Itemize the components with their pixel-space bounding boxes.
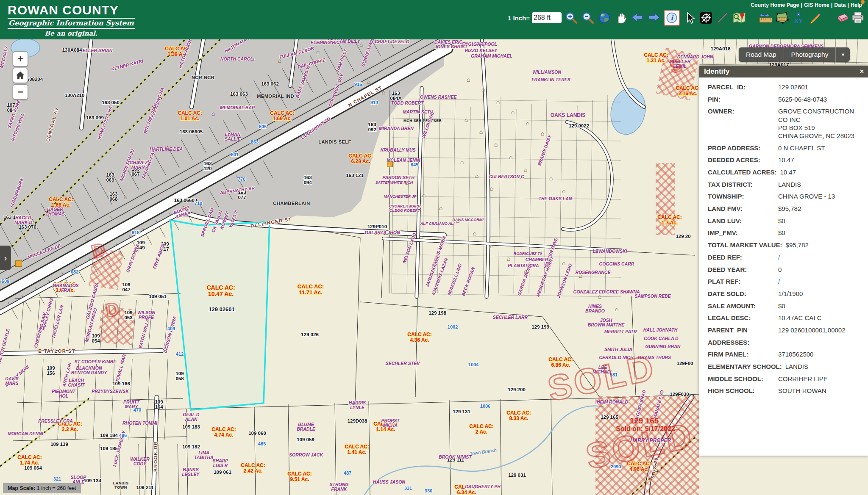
map-label: FRYE ABIGA bbox=[152, 243, 166, 270]
close-icon[interactable]: × bbox=[860, 68, 864, 75]
zoom-in-icon[interactable] bbox=[565, 11, 578, 25]
map-label: LIMA TABITHA bbox=[194, 451, 213, 460]
map-label: GREE SHAWNA bbox=[606, 290, 640, 294]
forward-arrow-icon[interactable] bbox=[647, 11, 661, 25]
map-label: CALC AC: 10.47 Ac. bbox=[206, 285, 235, 297]
select-pointer-icon[interactable] bbox=[683, 11, 696, 25]
identify-field-value: CORRIHER LIPE bbox=[778, 375, 828, 383]
map-label: 129 111 bbox=[447, 457, 464, 462]
identify-field-value: LANDIS bbox=[785, 362, 808, 371]
globe-icon[interactable] bbox=[598, 11, 611, 25]
map-label: WALKER CODY bbox=[130, 457, 150, 467]
identify-row: LAND LUV:$0 bbox=[708, 217, 865, 225]
identify-row: DATE SOLD:1/1/1900 bbox=[708, 290, 865, 298]
map-label: KRUBALLY MUS bbox=[380, 148, 415, 152]
map-label: CALC AC: 1.02 Ac. bbox=[53, 282, 78, 293]
map-locator-icon[interactable] bbox=[732, 11, 746, 25]
map-label: 163 094 bbox=[303, 175, 312, 185]
map-label: 163 108 bbox=[3, 215, 21, 220]
identify-panel-title: Identify bbox=[704, 67, 729, 76]
map-label: BLACKMON BENTON RANDY bbox=[71, 366, 107, 376]
basemap-photography-button[interactable]: Photography bbox=[784, 47, 836, 62]
map-label: PRESSLEY CRA bbox=[38, 419, 73, 423]
map-label: HONEYCUTT HA bbox=[97, 105, 113, 140]
map-label: BROOK MINIST bbox=[439, 455, 472, 459]
map-label: LYMAN SALLIE bbox=[225, 132, 240, 142]
measure-distance-icon[interactable] bbox=[759, 11, 772, 25]
map-label: BASS JAMES W bbox=[295, 65, 311, 99]
map-home-button[interactable] bbox=[13, 68, 28, 83]
identify-info-icon[interactable]: i bbox=[664, 10, 680, 26]
map-label: 163 069 bbox=[106, 172, 114, 183]
map-label: A08204 bbox=[26, 77, 43, 82]
map-zoom-in-button[interactable]: + bbox=[13, 51, 28, 66]
sidebar-expand-tab[interactable]: › bbox=[0, 246, 11, 270]
header-link-data[interactable]: Data bbox=[834, 2, 846, 8]
map-label: 130A210 bbox=[65, 93, 85, 98]
header-link-gis-home[interactable]: GIS Home bbox=[804, 2, 829, 8]
identify-panel-header[interactable]: Identify × bbox=[699, 66, 868, 77]
map-label: PROPST MICHA bbox=[381, 418, 399, 428]
map-label: 163 099 bbox=[86, 115, 104, 120]
identify-row: DEED YEAR:0 bbox=[708, 265, 865, 274]
xy-coordinates-icon[interactable]: XY bbox=[792, 11, 805, 25]
identify-field-value[interactable]: / bbox=[778, 253, 780, 261]
zoom-out-icon[interactable] bbox=[581, 11, 595, 25]
identify-field-value: GROVE CONSTRUCTION CO INC PO BOX 519 CHI… bbox=[778, 107, 854, 140]
map-label: 163 068 bbox=[109, 191, 117, 202]
map-label: 109 166 bbox=[112, 381, 130, 386]
map-label: 509 bbox=[2, 279, 9, 284]
map-label: HURLEY CHRIS bbox=[41, 298, 54, 331]
map-label: 109 061 bbox=[214, 470, 231, 475]
map-zoom-out-button[interactable]: − bbox=[13, 84, 28, 100]
print-icon[interactable] bbox=[851, 11, 865, 25]
map-label: 805 bbox=[259, 124, 267, 130]
map-label: MCH SER PROFSER bbox=[403, 119, 442, 123]
eraser-icon[interactable] bbox=[835, 11, 848, 25]
map-label: SECHLER LARR bbox=[493, 315, 528, 320]
map-label: 129 165 bbox=[601, 415, 618, 420]
target-crosshair-icon[interactable] bbox=[699, 11, 713, 25]
map-label: MERRITT PATR bbox=[604, 329, 637, 334]
map-label: CHEWNING SAW bbox=[33, 312, 47, 348]
county-logo: ROWAN COUNTY Geographic Information Syst… bbox=[8, 3, 135, 37]
map-label: HILTON MARY bbox=[224, 39, 253, 54]
map-label: 682 bbox=[71, 270, 78, 275]
identify-field-label: LAND LUV: bbox=[708, 217, 778, 225]
pan-hand-icon[interactable] bbox=[614, 11, 628, 25]
identify-field-value[interactable]: / bbox=[778, 277, 780, 285]
map-label: CALC AC: 8.33 Ac. bbox=[506, 410, 531, 421]
map-label: N CHAPEL ST bbox=[348, 85, 383, 108]
map-label: STRONG FRANK bbox=[330, 482, 349, 492]
measure-line-icon[interactable] bbox=[716, 11, 729, 25]
map-label: LEWANDOWSKI bbox=[593, 249, 627, 254]
identify-field-label: ELEMENTARY SCHOOL: bbox=[708, 362, 785, 371]
header-link-county-home-page[interactable]: County Home Page bbox=[751, 2, 799, 8]
identify-row: PIN:5625-06-48-0743 bbox=[708, 95, 865, 103]
measure-area-icon[interactable] bbox=[775, 11, 789, 25]
logo-tagline: Be an original. bbox=[8, 29, 135, 37]
map-label: 109 185 bbox=[100, 446, 118, 451]
map-label: 109 054 bbox=[92, 333, 100, 344]
map-label: PLANTAMURA bbox=[508, 263, 539, 268]
draw-pencil-icon[interactable] bbox=[808, 11, 822, 25]
map-label: MCCLELLAN DE bbox=[27, 243, 61, 260]
map-label: DENNARD JOHN bbox=[677, 55, 713, 59]
back-arrow-icon[interactable] bbox=[631, 11, 644, 25]
basemap-road-map-button[interactable]: Road Map bbox=[739, 47, 784, 62]
header-link-help[interactable]: Help bbox=[851, 2, 862, 8]
identify-field-value: SOUTH ROWAN bbox=[778, 387, 826, 395]
logo-subtitle: Geographic Information System bbox=[8, 19, 135, 29]
map-label: CALC AC: 9.51 Ac. bbox=[287, 471, 312, 482]
map-label: S US 29 bbox=[651, 457, 659, 479]
map-label: FUNDERBURK bbox=[9, 177, 25, 208]
map-label: CALC AC: 6.86 Ac. bbox=[548, 357, 573, 368]
map-label: 129 20 bbox=[676, 234, 690, 239]
identify-row: PLAT REF:/ bbox=[708, 277, 865, 285]
identify-field-value: $0 bbox=[778, 302, 785, 310]
map-label: ABERNATHY AR bbox=[220, 186, 255, 196]
scale-input[interactable] bbox=[532, 12, 562, 23]
basemap-dropdown-icon[interactable]: ▼ bbox=[835, 47, 850, 62]
identify-row: ELEMENTARY SCHOOL:LANDIS bbox=[708, 362, 865, 371]
map-label: WALKER DAVE bbox=[543, 237, 559, 269]
